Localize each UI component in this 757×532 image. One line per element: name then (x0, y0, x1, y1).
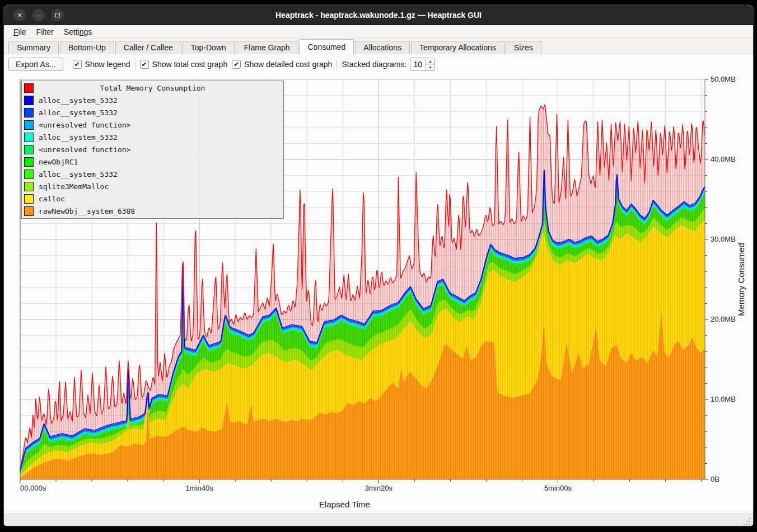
legend-label: alloc__system_5332 (39, 133, 118, 142)
minimize-icon[interactable]: – (32, 9, 45, 21)
tab-allocations[interactable]: Allocations (355, 41, 410, 54)
y-tick-label: 40,0MB (711, 155, 736, 163)
toolbar-separator (68, 59, 68, 70)
legend-item: alloc__system_5332 (22, 168, 283, 180)
legend-label: calloc (39, 195, 65, 203)
tab-bottom-up[interactable]: Bottom-Up (60, 41, 114, 54)
x-tick-label: 1min40s (186, 484, 214, 492)
legend-swatch (24, 145, 34, 154)
maximize-square (55, 13, 60, 17)
toolbar-separator (135, 59, 135, 70)
spinner-up-icon[interactable]: ▲ (426, 58, 434, 65)
legend-label: <unresolved function> (39, 121, 130, 129)
legend-label: alloc__system_5332 (39, 170, 118, 178)
y-tick-label: 20,0MB (711, 315, 736, 323)
legend-swatch (24, 182, 34, 191)
legend-item: alloc__system_5332 (22, 131, 283, 144)
menu-item-settings[interactable]: Settings (59, 26, 97, 37)
checkbox-label: Show legend (85, 60, 130, 69)
legend-item: alloc__system_5332 (22, 95, 283, 107)
menu-item-filter[interactable]: Filter (31, 26, 59, 37)
y-tick-label: 30,0MB (711, 235, 736, 243)
legend-label: sqlite3MemMalloc (39, 182, 109, 191)
checkbox-group: ✔Show detailed cost graph (232, 60, 332, 69)
legend-swatch (24, 157, 34, 167)
y-axis-title: Memory Consumed (736, 243, 746, 316)
legend-swatch (24, 170, 34, 179)
legend-item: calloc (22, 192, 283, 205)
y-tick-label: 0B (711, 475, 719, 483)
memory-consumption-chart[interactable]: 00.000s1min40s3min20s5min00s0B10,0MB20,0… (4, 74, 754, 514)
checkbox-show-legend[interactable]: ✔ (73, 60, 82, 69)
checkbox-group: ✔Show legend (73, 60, 130, 69)
y-tick-label: 50,0MB (711, 75, 736, 83)
tab-temporary-allocations[interactable]: Temporary Allocations (411, 41, 504, 54)
legend-swatch (24, 194, 34, 204)
toolbar-separator (337, 59, 337, 70)
legend-title-row: Total Memory Consumption (22, 82, 283, 95)
legend-item: newObjRC1 (22, 156, 283, 168)
stacked-diagrams-spinner[interactable]: 10 ▲ ▼ (410, 58, 435, 71)
tab-flame-graph[interactable]: Flame Graph (236, 41, 298, 54)
x-tick-label: 5min00s (544, 484, 572, 492)
window-title: Heaptrack - heaptrack.wakunode.1.gz — He… (4, 11, 753, 20)
status-bar (4, 514, 753, 526)
tab-top-down[interactable]: Top-Down (183, 41, 235, 54)
legend-swatch (24, 96, 34, 105)
export-as-button[interactable]: Export As... (8, 58, 63, 71)
legend-item: <unresolved function> (22, 119, 283, 131)
spinner-value[interactable]: 10 (410, 58, 425, 70)
title-bar[interactable]: ✕ – Heaptrack - heaptrack.wakunode.1.gz … (4, 5, 753, 25)
x-axis-title: Elapsed Time (319, 500, 370, 509)
close-icon[interactable]: ✕ (13, 9, 26, 21)
stacked-diagrams-label: Stacked diagrams: (342, 60, 406, 69)
tab-sizes[interactable]: Sizes (506, 41, 541, 54)
spinner-down-icon[interactable]: ▼ (426, 65, 434, 71)
x-tick-label: 00.000s (20, 484, 46, 492)
tab-consumed[interactable]: Consumed (300, 39, 354, 54)
toolbar: Export As... ✔Show legend✔Show total cos… (4, 54, 753, 74)
tab-summary[interactable]: Summary (8, 41, 59, 54)
legend-label: Total Memory Consumption (22, 84, 283, 92)
legend-item: <unresolved function> (22, 144, 283, 156)
menu-item-file[interactable]: File (8, 26, 31, 37)
app-window: ✕ – Heaptrack - heaptrack.wakunode.1.gz … (3, 4, 754, 526)
legend-swatch (24, 206, 34, 216)
tab-bar: SummaryBottom-UpCaller / CalleeTop-DownF… (4, 39, 753, 54)
legend-label: <unresolved function> (39, 145, 130, 154)
menu-bar: FileFilterSettings (4, 25, 753, 39)
legend-swatch (24, 120, 34, 130)
legend-item: alloc__system_5332 (22, 107, 283, 119)
checkbox-label: Show total cost graph (152, 60, 228, 69)
legend-label: rawNewObj__system_6388 (39, 207, 135, 215)
legend-label: alloc__system_5332 (39, 109, 118, 117)
checkbox-group: ✔Show total cost graph (140, 60, 228, 69)
checkbox-show-detailed-cost-graph[interactable]: ✔ (232, 60, 241, 69)
maximize-icon[interactable] (52, 9, 64, 21)
checkbox-show-total-cost-graph[interactable]: ✔ (140, 60, 149, 69)
tab-caller-callee[interactable]: Caller / Callee (115, 41, 181, 54)
legend-item: rawNewObj__system_6388 (22, 205, 283, 217)
checkbox-label: Show detailed cost graph (244, 60, 332, 69)
legend-swatch (24, 133, 34, 142)
resize-grip-icon[interactable] (743, 517, 751, 525)
legend-label: newObjRC1 (39, 158, 78, 166)
legend-label: alloc__system_5332 (39, 96, 118, 105)
y-tick-label: 10,0MB (711, 395, 736, 403)
legend-swatch (24, 108, 34, 117)
x-tick-label: 3min20s (365, 484, 393, 492)
chart-legend: Total Memory Consumptionalloc__system_53… (21, 81, 284, 219)
legend-item: sqlite3MemMalloc (22, 180, 283, 192)
